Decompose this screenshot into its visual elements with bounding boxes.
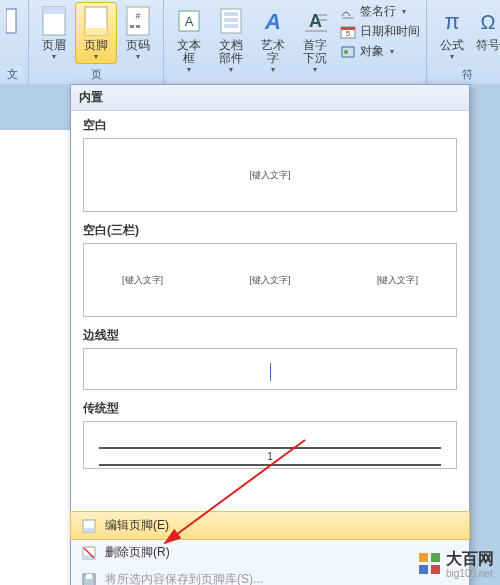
footer-dropdown: 内置 空白 [键入文字] 空白(三栏) [键入文字] [键入文字] [键入文字]… <box>70 84 470 585</box>
svg-rect-34 <box>86 574 92 579</box>
watermark-url: big100.net <box>446 568 494 579</box>
gallery-item-three[interactable]: [键入文字] [键入文字] [键入文字] <box>83 243 457 317</box>
watermark: 大百网 big100.net <box>418 549 494 579</box>
gallery-title-trad: 传统型 <box>83 400 457 417</box>
gallery-item-trad[interactable]: 1 <box>83 421 457 469</box>
signature-icon <box>340 4 356 20</box>
cursor-mark <box>270 363 271 381</box>
watermark-text: 大百网 <box>446 550 494 567</box>
edge-button[interactable] <box>0 2 24 40</box>
object-icon <box>340 44 356 60</box>
group-symbols: π 公式 ▾ Ω 符号 符 <box>427 0 500 84</box>
footer-icon <box>80 5 112 37</box>
group-edge-label: 文 <box>0 66 24 84</box>
header-button[interactable]: 页眉 ▾ <box>33 2 75 64</box>
chevron-down-icon: ▾ <box>402 7 406 16</box>
chevron-down-icon: ▾ <box>271 65 275 74</box>
chevron-down-icon: ▾ <box>187 65 191 74</box>
group-text: A 文本框 ▾ 文档部件 ▾ A 艺术字 ▾ A <box>164 0 427 84</box>
svg-point-25 <box>344 50 348 54</box>
textbox-icon: A <box>173 5 205 37</box>
wordart-button[interactable]: A 艺术字 ▾ <box>252 2 294 77</box>
svg-rect-36 <box>419 553 428 562</box>
chevron-down-icon: ▾ <box>450 52 454 61</box>
dropdown-gallery[interactable]: 空白 [键入文字] 空白(三栏) [键入文字] [键入文字] [键入文字] 边线… <box>71 111 469 511</box>
remove-footer-icon <box>81 545 97 561</box>
dropdown-header: 内置 <box>71 85 469 111</box>
equation-button[interactable]: π 公式 ▾ <box>431 2 473 64</box>
svg-rect-12 <box>224 12 238 16</box>
svg-rect-0 <box>6 9 16 33</box>
save-icon <box>81 572 97 586</box>
watermark-logo-icon <box>418 552 442 576</box>
svg-rect-29 <box>83 528 95 532</box>
svg-rect-2 <box>43 7 65 14</box>
datetime-button[interactable]: 5 日期和时间 <box>338 22 422 41</box>
symbol-icon: Ω <box>478 5 498 37</box>
svg-text:#: # <box>135 11 140 21</box>
dropcap-icon: A <box>299 5 331 37</box>
chevron-down-icon: ▾ <box>313 65 317 74</box>
pagenum-icon: # <box>122 5 154 37</box>
chevron-down-icon: ▾ <box>390 47 394 56</box>
svg-rect-8 <box>136 25 140 28</box>
svg-text:A: A <box>309 11 322 31</box>
svg-text:Ω: Ω <box>481 11 496 33</box>
gallery-title-blank: 空白 <box>83 117 457 134</box>
svg-rect-37 <box>431 553 440 562</box>
edit-footer-icon <box>81 518 97 534</box>
dropcap-button[interactable]: A 首字下沉 ▾ <box>294 2 336 77</box>
dropdown-footer: 编辑页脚(E) 删除页脚(R) 将所选内容保存到页脚库(S)... <box>71 511 469 585</box>
symbol-button[interactable]: Ω 符号 <box>473 2 500 55</box>
document-page[interactable] <box>0 130 70 585</box>
group-header-footer: 页眉 ▾ 页脚 ▾ # 页码 ▾ 页 <box>29 0 164 84</box>
remove-footer-command[interactable]: 删除页脚(R) <box>71 539 469 566</box>
gallery-item-thin[interactable] <box>83 348 457 390</box>
chevron-down-icon: ▾ <box>136 52 140 61</box>
chevron-down-icon: ▾ <box>94 52 98 61</box>
header-icon <box>38 5 70 37</box>
textbox-button[interactable]: A 文本框 ▾ <box>168 2 210 77</box>
svg-text:π: π <box>444 9 459 34</box>
datetime-icon: 5 <box>340 24 356 40</box>
svg-rect-39 <box>431 565 440 574</box>
gallery-title-thin: 边线型 <box>83 327 457 344</box>
svg-rect-4 <box>85 28 107 35</box>
chevron-down-icon: ▾ <box>229 65 233 74</box>
footer-button[interactable]: 页脚 ▾ <box>75 2 117 64</box>
gallery-title-three: 空白(三栏) <box>83 222 457 239</box>
save-to-gallery-command: 将所选内容保存到页脚库(S)... <box>71 566 469 585</box>
ribbon: 文 页眉 ▾ 页脚 ▾ # 页码 ▾ <box>0 0 500 85</box>
svg-rect-13 <box>224 18 238 22</box>
edge-icon <box>5 5 19 37</box>
equation-icon: π <box>436 5 468 37</box>
svg-rect-38 <box>419 565 428 574</box>
svg-text:A: A <box>185 14 194 29</box>
svg-rect-14 <box>224 24 238 28</box>
pagenum-button[interactable]: # 页码 ▾ <box>117 2 159 64</box>
quickparts-button[interactable]: 文档部件 ▾ <box>210 2 252 77</box>
object-button[interactable]: 对象 ▾ <box>338 42 422 61</box>
svg-text:5: 5 <box>346 30 350 37</box>
gallery-item-blank[interactable]: [键入文字] <box>83 138 457 212</box>
group-hf-label: 页 <box>33 66 159 84</box>
quickparts-icon <box>215 5 247 37</box>
svg-text:A: A <box>264 9 281 34</box>
group-symbols-label: 符 <box>431 66 500 84</box>
edit-footer-command[interactable]: 编辑页脚(E) <box>70 511 470 540</box>
signature-button[interactable]: 签名行 ▾ <box>338 2 422 21</box>
svg-rect-7 <box>130 25 134 28</box>
group-edge-left: 文 <box>0 0 29 84</box>
wordart-icon: A <box>257 5 289 37</box>
chevron-down-icon: ▾ <box>52 52 56 61</box>
